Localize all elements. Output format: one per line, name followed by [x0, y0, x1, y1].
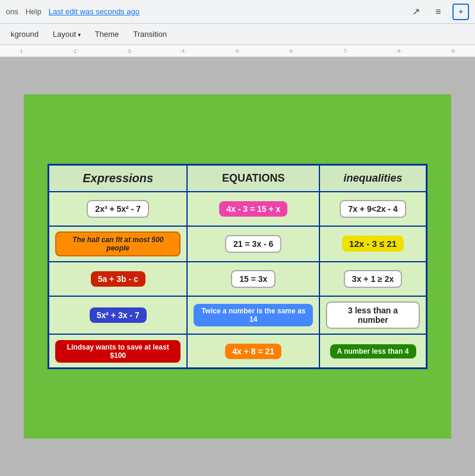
badge-row5-col2: 4x + 8 = 21 [225, 344, 281, 359]
background-button[interactable]: kground [5, 27, 45, 41]
table-row: 2x³ + 5x² - 74x - 3 = 15 + x7x + 9<2x - … [49, 192, 427, 226]
badge-row4-col2: Twice a number is the same as 14 [194, 304, 313, 326]
badge-row4-col3: 3 less than a number [326, 302, 420, 329]
menu-ons[interactable]: ons [6, 7, 18, 16]
ruler-mark-1: ·1· [18, 48, 26, 54]
badge-row1-col1: 2x³ + 5x² - 7 [87, 200, 149, 218]
cell-row2-col3: 12x - 3 ≤ 21 [319, 226, 426, 262]
ruler-mark-4: ·4· [180, 48, 188, 54]
cell-row3-col3: 3x + 1 ≥ 2x [319, 262, 426, 296]
slide-area: Expressions EQUATIONS inequaLiTies 2x³ +… [0, 57, 475, 476]
badge-row5-col1: Lindsay wants to save at least $100 [55, 340, 180, 363]
badge-row4-col1: 5x² + 3x - 7 [90, 307, 147, 323]
badge-row3-col3: 3x + 1 ≥ 2x [344, 270, 402, 288]
table-row: 5a + 3b - c15 = 3x3x + 1 ≥ 2x [49, 262, 427, 296]
theme-button[interactable]: Theme [89, 27, 125, 41]
cell-row1-col3: 7x + 9<2x - 4 [319, 192, 426, 226]
cell-row5-col2: 4x + 8 = 21 [187, 334, 319, 369]
table-header-row: Expressions EQUATIONS inequaLiTies [49, 164, 427, 192]
toolbar: kground Layout Theme Transition [0, 24, 475, 45]
layout-button[interactable]: Layout [47, 27, 87, 41]
badge-row5-col3: A number less than 4 [330, 344, 416, 358]
transition-button[interactable]: Transition [127, 27, 173, 41]
cell-row3-col1: 5a + 3b - c [49, 262, 188, 296]
ruler-mark-8: ·8· [395, 48, 403, 54]
last-edit-link[interactable]: Last edit was seconds ago [49, 7, 140, 16]
cell-row2-col2: 21 = 3x - 6 [187, 226, 319, 262]
badge-row2-col2: 21 = 3x - 6 [225, 235, 281, 253]
badge-row3-col2: 15 = 3x [231, 270, 276, 288]
menu-help[interactable]: Help [26, 7, 42, 16]
cell-row5-col1: Lindsay wants to save at least $100 [49, 334, 188, 369]
present-icon[interactable]: + [452, 4, 469, 20]
cell-row2-col1: The hall can fit at most 500 people [49, 226, 188, 262]
cell-row1-col1: 2x³ + 5x² - 7 [49, 192, 188, 226]
cell-row5-col3: A number less than 4 [319, 334, 426, 369]
slide-canvas[interactable]: Expressions EQUATIONS inequaLiTies 2x³ +… [24, 94, 451, 439]
trend-icon[interactable]: ↗ [407, 4, 424, 20]
table-row: 5x² + 3x - 7Twice a number is the same a… [49, 296, 427, 334]
header-equations: EQUATIONS [187, 164, 319, 192]
badge-row2-col1: The hall can fit at most 500 people [55, 231, 180, 256]
top-bar-icons: ↗ ≡ + [407, 4, 469, 20]
math-table: Expressions EQUATIONS inequaLiTies 2x³ +… [48, 164, 428, 370]
ruler-mark-3: ·3· [126, 48, 134, 54]
cell-row4-col2: Twice a number is the same as 14 [187, 296, 319, 334]
header-expressions: Expressions [49, 164, 188, 192]
comment-icon[interactable]: ≡ [430, 4, 446, 20]
badge-row1-col2: 4x - 3 = 15 + x [219, 201, 287, 217]
top-bar-left: ons Help Last edit was seconds ago [6, 7, 398, 16]
badge-row2-col3: 12x - 3 ≤ 21 [342, 236, 404, 252]
ruler-mark-7: ·7· [341, 48, 349, 54]
header-inequalities: inequaLiTies [319, 164, 426, 192]
ruler-mark-5: ·5· [233, 48, 241, 54]
ruler-mark-9: ·9· [449, 48, 457, 54]
ruler-mark-2: ·2· [72, 48, 80, 54]
ruler-mark-6: ·6· [287, 48, 295, 54]
badge-row1-col3: 7x + 9<2x - 4 [340, 200, 406, 218]
cell-row4-col1: 5x² + 3x - 7 [49, 296, 188, 334]
top-bar: ons Help Last edit was seconds ago ↗ ≡ + [0, 0, 475, 24]
cell-row1-col2: 4x - 3 = 15 + x [187, 192, 319, 226]
cell-row4-col3: 3 less than a number [319, 296, 426, 334]
cell-row3-col2: 15 = 3x [187, 262, 319, 296]
table-row: The hall can fit at most 500 people21 = … [49, 226, 427, 262]
ruler: ·1· ·2· ·3· ·4· ·5· ·6· ·7· ·8· ·9· [0, 45, 475, 57]
ruler-marks: ·1· ·2· ·3· ·4· ·5· ·6· ·7· ·8· ·9· [6, 48, 469, 54]
table-row: Lindsay wants to save at least $1004x + … [49, 334, 427, 369]
badge-row3-col1: 5a + 3b - c [91, 271, 145, 287]
